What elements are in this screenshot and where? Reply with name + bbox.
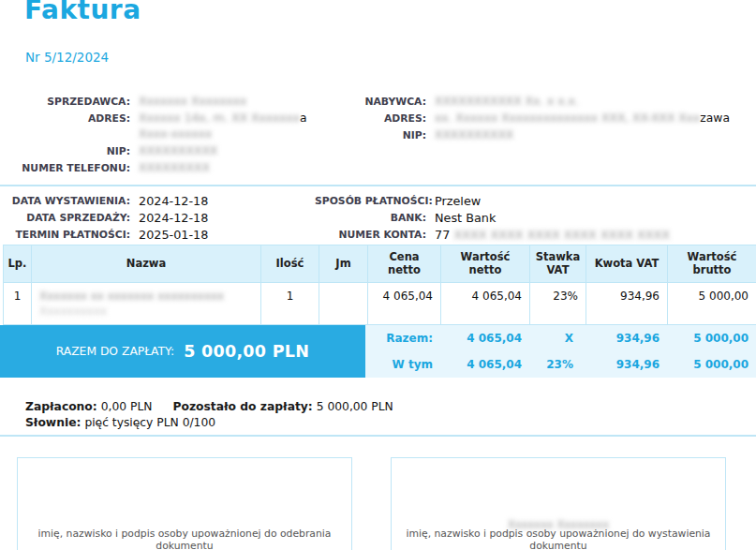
due-date-value: 2025-01-18 xyxy=(139,227,315,243)
col-header-cena-netto: Cena netto xyxy=(368,245,441,283)
cell-unit-net: 4 065,04 xyxy=(368,283,441,325)
buyer-nip-label: NIP: xyxy=(315,127,426,143)
invoice-number: Nr 5/12/2024 xyxy=(25,50,109,65)
seller-block: SPRZEDAWCA: Xxxxxxx Xxxxxxxx ADRES: Xxxx… xyxy=(0,94,315,176)
bank-value: Nest Bank xyxy=(435,210,756,226)
seller-nip-redacted: XXXXXXXXXX xyxy=(139,144,217,157)
buyer-label: NABYWCA: xyxy=(315,94,426,110)
wtym-vat: 934,96 xyxy=(586,358,667,371)
due-value: 5 000,00 PLN xyxy=(317,400,393,413)
paid-value: 0,00 PLN xyxy=(101,400,153,413)
items-table: Lp. Nazwa Ilość Jm Cena netto Wartość ne… xyxy=(3,245,756,325)
receiver-signature-caption: imię, nazwisko i podpis osoby upoważnion… xyxy=(22,528,348,550)
cell-vat: 934,96 xyxy=(586,283,668,325)
words-line: Słownie: pięć tysięcy PLN 0/100 xyxy=(25,415,393,431)
due-date-label: TERMIN PŁATNOŚCI: xyxy=(0,227,130,243)
seller-phone-label: NUMER TELEFONU: xyxy=(0,160,130,176)
sale-date-label: DATA SPRZEDAŻY: xyxy=(0,210,130,226)
totals-section: RAZEM DO ZAPŁATY: 5 000,00 PLN Razem: 4 … xyxy=(0,325,756,378)
dates-block: DATA WYSTAWIENIA: 2024-12-18 DATA SPRZED… xyxy=(0,193,315,243)
razem-net: 4 065,04 xyxy=(440,332,529,345)
seller-address-label: ADRES: xyxy=(0,111,130,142)
item-name-line2-redacted: Xxxxxxxxxx xyxy=(39,305,107,318)
cell-lp: 1 xyxy=(4,283,32,325)
table-header-row: Lp. Nazwa Ilość Jm Cena netto Wartość ne… xyxy=(4,245,756,283)
table-row: 1 Xxxxxxx xx xxxxxxx xxxxxxxxxx Xxxxxxxx… xyxy=(4,283,756,325)
parties-section: SPRZEDAWCA: Xxxxxxx Xxxxxxxx ADRES: Xxxx… xyxy=(0,94,756,176)
seller-name-redacted: Xxxxxxx Xxxxxxxx xyxy=(139,95,246,108)
page-title: Faktura xyxy=(24,0,141,25)
razem-label: Razem: xyxy=(365,332,440,345)
razem-vat: 934,96 xyxy=(586,332,667,345)
razem-rate: X xyxy=(529,332,586,345)
separator-bottom xyxy=(0,435,756,437)
signature-box-issuer: Xxxxxxx Xxxxxxxx imię, nazwisko i podpis… xyxy=(391,457,726,550)
bank-label: BANK: xyxy=(315,210,426,226)
payment-method-label: SPOSÓB PŁATNOŚCI: xyxy=(315,193,426,209)
seller-address-line1-redacted: Xxxxxx 14x, m. XX Xxxxxxx xyxy=(139,111,300,125)
cell-net: 4 065,04 xyxy=(441,283,530,325)
razem-gross: 5 000,00 xyxy=(667,332,756,345)
paid-label: Zapłacono: xyxy=(25,400,97,413)
col-header-lp: Lp. xyxy=(4,245,32,283)
buyer-block: NABYWCA: XXXXXXXXXXX Xx. x x.x. ADRES: x… xyxy=(315,94,756,176)
words-label: Słownie: xyxy=(25,416,81,429)
cell-vat-rate: 23% xyxy=(530,283,586,325)
payment-block: SPOSÓB PŁATNOŚCI: Przelew BANK: Nest Ban… xyxy=(315,193,756,243)
wtym-net: 4 065,04 xyxy=(440,358,529,371)
details-section: DATA WYSTAWIENIA: 2024-12-18 DATA SPRZED… xyxy=(0,193,756,243)
seller-address-line1-visible: a xyxy=(300,111,307,125)
signature-box-receiver: imię, nazwisko i podpis osoby upoważnion… xyxy=(17,457,352,550)
col-header-kwota-vat: Kwota VAT xyxy=(586,245,668,283)
vat-summary-grid: Razem: 4 065,04 X 934,96 5 000,00 W tym … xyxy=(365,325,756,378)
seller-address: Xxxxxx 14x, m. XX Xxxxxxxa Xxxx-xxxxxx xyxy=(139,111,315,142)
issue-date-label: DATA WYSTAWIENIA: xyxy=(0,193,130,209)
wtym-rate: 23% xyxy=(529,358,586,371)
paid-line: Zapłacono: 0,00 PLNPozostało do zapłaty:… xyxy=(25,399,393,415)
grand-total-label: RAZEM DO ZAPŁATY: xyxy=(56,345,174,358)
cell-jm xyxy=(319,283,368,325)
col-header-ilosc: Ilość xyxy=(261,245,319,283)
separator-top xyxy=(0,185,756,186)
buyer-address: xx. Xxxxxx Xxxxxxxxxxxxxx XXX, XX-XXX Xx… xyxy=(435,111,756,126)
account-visible: 77 xyxy=(435,228,450,242)
col-header-wartosc-brutto: Wartość brutto xyxy=(668,245,756,283)
issue-date-value: 2024-12-18 xyxy=(139,193,315,209)
account-redacted: XXXX XXXX XXXX XXXX XXXX XXXX xyxy=(453,228,670,242)
buyer-address-redacted: xx. Xxxxxx Xxxxxxxxxxxxxx XXX, XX-XXX Xx… xyxy=(435,111,700,125)
words-value: pięć tysięcy PLN 0/100 xyxy=(84,416,215,429)
wtym-gross: 5 000,00 xyxy=(667,358,756,371)
seller-phone-redacted: XXXXXXXXX xyxy=(139,161,210,174)
payment-method-value: Przelew xyxy=(435,193,756,209)
invoice-page: Faktura Nr 5/12/2024 SPRZEDAWCA: Xxxxxxx… xyxy=(0,0,756,550)
wtym-label: W tym xyxy=(365,358,440,371)
cell-gross: 5 000,00 xyxy=(668,283,756,325)
grand-total-amount: 5 000,00 PLN xyxy=(184,342,309,361)
seller-address-line2-redacted: Xxxx-xxxxxx xyxy=(139,127,212,141)
buyer-name-redacted: XXXXXXXXXXX Xx. x x.x. xyxy=(435,95,579,108)
item-name-line1-redacted: Xxxxxxx xx xxxxxxx xxxxxxxxxx xyxy=(39,290,224,303)
col-header-jm: Jm xyxy=(319,245,368,283)
buyer-address-visible: zawa xyxy=(700,111,730,125)
col-header-wartosc-netto: Wartość netto xyxy=(441,245,530,283)
payment-summary: Zapłacono: 0,00 PLNPozostało do zapłaty:… xyxy=(25,399,393,431)
buyer-nip-redacted: XXXXXXXXXX xyxy=(435,128,513,141)
sale-date-value: 2024-12-18 xyxy=(139,210,315,226)
account-label: NUMER KONTA: xyxy=(315,227,426,243)
grand-total-band: RAZEM DO ZAPŁATY: 5 000,00 PLN xyxy=(0,325,365,378)
cell-name: Xxxxxxx xx xxxxxxx xxxxxxxxxx Xxxxxxxxxx xyxy=(32,283,261,325)
col-header-stawka-vat: Stawka VAT xyxy=(530,245,586,283)
col-header-nazwa: Nazwa xyxy=(32,245,261,283)
account-value: 77 XXXX XXXX XXXX XXXX XXXX XXXX xyxy=(435,227,756,243)
seller-label: SPRZEDAWCA: xyxy=(0,94,130,110)
seller-nip-label: NIP: xyxy=(0,143,130,159)
cell-qty: 1 xyxy=(261,283,319,325)
issuer-signature-caption: imię, nazwisko i podpis osoby upoważnion… xyxy=(395,528,721,550)
buyer-address-label: ADRES: xyxy=(315,111,426,126)
due-label: Pozostało do zapłaty: xyxy=(172,400,312,413)
